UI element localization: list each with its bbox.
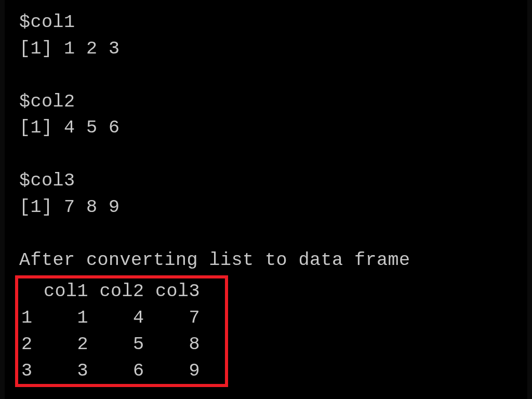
terminal-output: $col1 [1] 1 2 3 $col2 [1] 4 5 6 $col3 [1…: [5, 0, 527, 399]
col3-values: [1] 7 8 9: [19, 194, 513, 221]
col3-name: $col3: [19, 168, 513, 194]
dataframe-row-1: 1 1 4 7: [21, 305, 222, 331]
dataframe-row-3: 3 3 6 9: [21, 358, 222, 384]
blank-line: [19, 141, 513, 168]
dataframe-header: col1 col2 col3: [21, 278, 222, 305]
conversion-message: After converting list to data frame: [19, 247, 513, 274]
blank-line: [19, 221, 513, 247]
blank-line: [19, 62, 513, 89]
col2-values: [1] 4 5 6: [19, 115, 513, 141]
dataframe-row-2: 2 2 5 8: [21, 331, 222, 358]
col1-values: [1] 1 2 3: [19, 36, 513, 62]
dataframe-highlight-box: col1 col2 col3 1 1 4 7 2 2 5 8 3 3 6 9: [15, 275, 228, 387]
col2-name: $col2: [19, 89, 513, 115]
col1-name: $col1: [19, 9, 513, 36]
